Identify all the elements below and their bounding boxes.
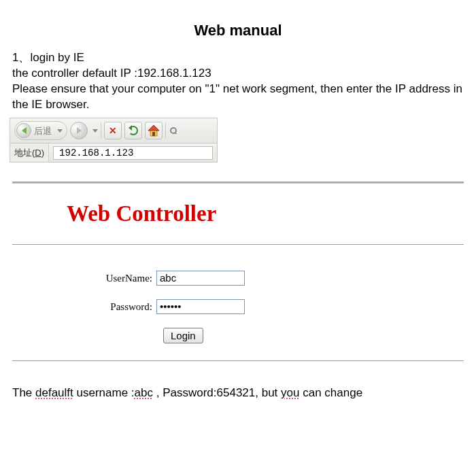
footnote-defaultt: defaulft bbox=[35, 386, 73, 399]
username-label: UserName: bbox=[12, 271, 156, 285]
refresh-button[interactable] bbox=[124, 122, 142, 139]
footnote-tail: can change bbox=[299, 386, 362, 399]
intro-line-2: the controller default IP :192.168.1.123 bbox=[12, 66, 469, 82]
separator bbox=[165, 123, 166, 138]
address-input[interactable] bbox=[53, 146, 213, 160]
login-form: UserName: Password: Login bbox=[0, 271, 476, 344]
footnote-text: The defaulft username :abc , Password:65… bbox=[0, 386, 476, 401]
password-field[interactable] bbox=[156, 299, 245, 314]
address-label: 地址(D) bbox=[10, 143, 49, 162]
footnote-mid1: username : bbox=[73, 386, 135, 399]
forward-button[interactable] bbox=[70, 122, 98, 139]
footnote-you: you bbox=[281, 386, 299, 399]
back-button[interactable]: 后退 bbox=[14, 121, 67, 140]
footnote-mid2: , Password:654321, but bbox=[153, 386, 281, 399]
stop-icon: ✕ bbox=[109, 124, 117, 137]
separator bbox=[12, 360, 464, 361]
svg-rect-1 bbox=[152, 132, 155, 136]
intro-line-3: Please ensure that your computer on "1" … bbox=[12, 82, 469, 113]
home-button[interactable] bbox=[145, 122, 163, 139]
address-label-prefix: 地址( bbox=[14, 147, 35, 159]
footnote-prefix: The bbox=[12, 386, 35, 399]
page-title: Web manual bbox=[0, 20, 476, 41]
stop-button[interactable]: ✕ bbox=[104, 122, 122, 139]
separator bbox=[12, 244, 464, 245]
address-label-accel: D bbox=[35, 147, 41, 159]
home-icon bbox=[147, 124, 160, 137]
username-field[interactable] bbox=[156, 271, 245, 286]
search-icon bbox=[170, 127, 177, 134]
password-label: Password: bbox=[12, 300, 156, 313]
address-label-suffix: ) bbox=[41, 147, 44, 159]
back-icon bbox=[16, 123, 31, 138]
username-row: UserName: bbox=[12, 271, 476, 286]
web-controller-title: Web Controller bbox=[0, 184, 476, 244]
chevron-down-icon bbox=[92, 129, 98, 133]
intro-line-1: 1、login by IE bbox=[12, 50, 469, 66]
login-button[interactable]: Login bbox=[163, 328, 203, 343]
search-button[interactable] bbox=[169, 127, 181, 134]
footnote-abc: abc bbox=[135, 386, 153, 399]
svg-marker-2 bbox=[148, 125, 159, 131]
ie-nav-bar: 后退 ✕ bbox=[10, 118, 218, 143]
ie-address-bar: 地址(D) bbox=[10, 143, 218, 163]
password-row: Password: bbox=[12, 299, 476, 314]
refresh-icon bbox=[129, 126, 138, 135]
intro-text: 1、login by IE the controller default IP … bbox=[0, 50, 476, 113]
chevron-down-icon bbox=[57, 129, 63, 133]
ie-toolbar: 后退 ✕ 地址(D) bbox=[10, 118, 218, 163]
back-label: 后退 bbox=[34, 125, 52, 137]
forward-icon bbox=[70, 122, 88, 139]
separator bbox=[101, 123, 101, 138]
